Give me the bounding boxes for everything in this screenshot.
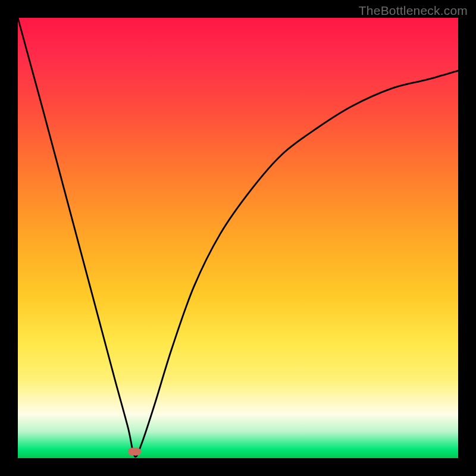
- bottleneck-curve: [18, 18, 458, 457]
- chart-frame: TheBottleneck.com: [0, 0, 476, 476]
- watermark-text: TheBottleneck.com: [359, 4, 468, 18]
- curve-svg: [18, 18, 458, 458]
- plot-area: [18, 18, 458, 458]
- minimum-marker: [128, 447, 141, 455]
